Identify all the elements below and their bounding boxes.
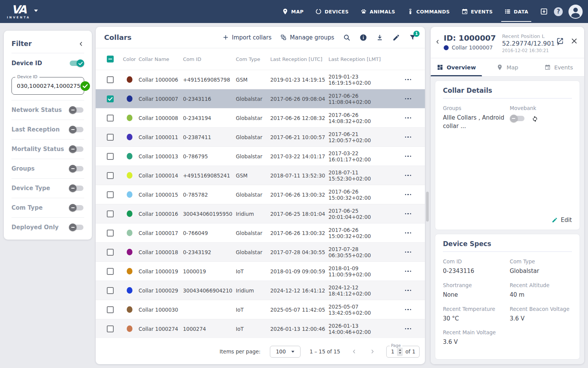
select-all-checkbox[interactable] (107, 56, 114, 62)
row-checkbox[interactable] (107, 115, 114, 122)
collar-table-row[interactable]: Collar 1000008 0-2343194 Globalstar 2017… (96, 108, 425, 127)
row-checkbox[interactable] (107, 134, 114, 141)
nav-item-data[interactable]: DATA (504, 0, 528, 23)
items-per-page-value: 100 (276, 348, 286, 355)
row-checkbox[interactable] (107, 268, 114, 275)
collar-table-row[interactable]: Collar 1000014 +4915169085241 GSM 2018-0… (96, 166, 425, 185)
row-more-button[interactable] (403, 134, 414, 140)
row-more-button[interactable] (403, 172, 414, 179)
row-checkbox[interactable] (107, 153, 114, 160)
row-more-button[interactable] (403, 230, 414, 236)
nav-item-events[interactable]: EVENTS (461, 0, 493, 23)
movebank-label: Movebank (510, 105, 572, 111)
filter-toggle[interactable] (69, 223, 84, 231)
download-button[interactable] (376, 34, 384, 41)
import-collars-button[interactable]: Import collars (222, 34, 271, 41)
page-number-input[interactable]: Page 1 of 1 (386, 346, 420, 358)
person-icon (568, 5, 583, 19)
row-checkbox[interactable] (107, 191, 114, 198)
collar-color-dot (127, 268, 132, 274)
device-id-toggle[interactable] (69, 59, 84, 67)
movebank-sync-button[interactable] (531, 115, 539, 122)
collar-table-row[interactable]: Collar 1000029 300434066904210 Iridium 2… (96, 281, 425, 300)
nav-item-map[interactable]: MAP (282, 0, 304, 23)
row-more-button[interactable] (403, 192, 414, 198)
filter-table-button[interactable]: 1 (409, 34, 416, 41)
row-checkbox[interactable] (107, 306, 114, 313)
com-id: 0-766049 (183, 230, 236, 236)
export-data-button[interactable] (540, 7, 548, 16)
open-in-new-button[interactable] (555, 36, 565, 46)
row-checkbox[interactable] (107, 325, 114, 332)
page-stepper[interactable] (397, 347, 403, 356)
row-checkbox[interactable] (107, 172, 114, 179)
row-more-button[interactable] (403, 96, 414, 102)
help-button[interactable]: ? (554, 7, 563, 16)
row-more-button[interactable] (403, 153, 414, 159)
row-more-button[interactable] (403, 307, 414, 313)
close-detail-button[interactable] (570, 36, 579, 46)
row-checkbox[interactable] (107, 249, 114, 256)
filter-toggle[interactable] (69, 184, 84, 192)
collar-table-row[interactable]: Collar 1000017 0-766049 Globalstar 2017-… (96, 223, 425, 242)
filter-toggle[interactable] (69, 165, 84, 172)
info-button[interactable] (359, 34, 367, 41)
prev-page-button[interactable] (350, 347, 359, 356)
collar-table-row[interactable]: Collar 1000015 0-785782 Globalstar 2017-… (96, 185, 425, 204)
collar-table-row[interactable]: Collar 1000274 1000274 IoT 2026-01-13 12… (96, 319, 425, 338)
items-per-page-select[interactable]: 100 (270, 346, 301, 358)
filter-toggle[interactable] (69, 106, 84, 114)
user-avatar[interactable] (568, 5, 583, 19)
collar-table-row[interactable]: Collar 1000016 300434060195950 Iridium 2… (96, 204, 425, 223)
row-more-button[interactable] (403, 268, 414, 274)
search-button[interactable] (343, 34, 351, 41)
detail-back-button[interactable] (434, 38, 441, 46)
collar-table-row[interactable]: Collar 1000007 0-2343116 Globalstar 2017… (96, 89, 425, 108)
row-more-button[interactable] (403, 326, 414, 332)
row-more-button[interactable] (403, 211, 414, 217)
movebank-toggle[interactable] (510, 115, 525, 122)
row-checkbox[interactable] (107, 287, 114, 294)
collar-table-row[interactable]: Collar 1000006 +4915169085798 GSM 2019-0… (96, 70, 425, 89)
items-per-page-label: Items per page: (220, 348, 261, 355)
sync-icon (531, 115, 539, 122)
nav-item-devices[interactable]: DEVICES (315, 0, 349, 23)
edit-collar-button[interactable]: Edit (552, 217, 572, 223)
brand-caret-icon[interactable] (34, 10, 38, 12)
inventa-logo[interactable]: VA INVENTA (7, 4, 38, 19)
scrollbar-thumb[interactable] (426, 192, 429, 222)
spec-value: None (443, 291, 505, 299)
device-id-input[interactable]: Device ID 030,1000274,1000275 (11, 77, 84, 95)
page-scrollbar[interactable] (426, 34, 429, 360)
filter-toggle[interactable] (69, 126, 84, 133)
tab-events[interactable]: Events (533, 58, 584, 76)
edit-columns-button[interactable] (392, 34, 400, 41)
row-more-button[interactable] (403, 249, 414, 255)
next-page-button[interactable] (368, 347, 377, 356)
nav-item-commands[interactable]: COMMANDS (407, 0, 450, 23)
manage-groups-button[interactable]: Manage groups (280, 34, 334, 41)
row-checkbox[interactable] (107, 230, 114, 237)
filter-toggle[interactable] (69, 204, 84, 212)
tab-map[interactable]: Map (482, 58, 533, 76)
spec-pair: Recent Temperature 30 °C (443, 306, 505, 323)
collapse-filter-button[interactable] (78, 41, 84, 47)
row-checkbox[interactable] (107, 76, 114, 83)
collar-table-row[interactable]: Collar 1000011 0-2387411 Globalstar 2017… (96, 127, 425, 146)
collar-table-body: Collar 1000006 +4915169085798 GSM 2019-0… (96, 70, 425, 338)
row-checkbox[interactable] (107, 210, 114, 217)
row-more-button[interactable] (403, 288, 414, 294)
collar-table-row[interactable]: Collar 1000013 0-786795 Globalstar 2017-… (96, 146, 425, 166)
collar-table-row[interactable]: Collar 1000018 0-2343192 Globalstar 2017… (96, 242, 425, 261)
nav-item-animals[interactable]: ANIMALS (360, 0, 395, 23)
filter-toggle-label: Deployed Only (11, 224, 59, 231)
collar-table-row[interactable]: Collar 1000019 1000019 IoT 2018-01-09 09… (96, 261, 425, 281)
collar-table-row[interactable]: Collar 1000030 IoT 2025-05-07 11:42:05 2… (96, 300, 425, 319)
recent-position-value: 52.29774/12.901 (502, 40, 555, 47)
row-checkbox[interactable] (107, 95, 114, 102)
row-more-button[interactable] (403, 77, 414, 83)
tab-overview[interactable]: Overview (431, 58, 482, 76)
download-tray-icon (540, 7, 548, 16)
row-more-button[interactable] (403, 115, 414, 121)
filter-toggle[interactable] (69, 145, 84, 153)
